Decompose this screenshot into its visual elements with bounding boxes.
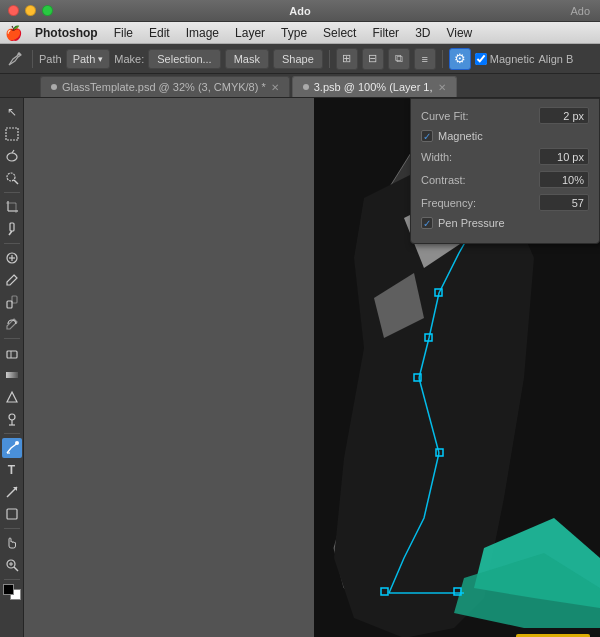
separator-1 [32,50,33,68]
tab-close-1[interactable]: ✕ [271,82,279,93]
svg-rect-19 [6,372,18,378]
curve-fit-input[interactable] [539,107,589,124]
apple-menu[interactable]: 🍎 [4,24,22,42]
pen-pressure-row[interactable]: Pen Pressure [421,217,589,229]
toolbar-separator-4 [4,433,20,434]
history-brush-btn[interactable] [2,314,22,334]
magnetic-checkbox-row[interactable]: Magnetic [421,130,589,142]
brush-tool-btn[interactable] [2,270,22,290]
main-area: ↖ [0,98,600,637]
minimize-button[interactable] [25,5,36,16]
menu-file[interactable]: File [107,24,140,42]
healing-brush-btn[interactable] [2,248,22,268]
shape-button[interactable]: Shape [273,49,323,69]
gradient-tool-btn[interactable] [2,365,22,385]
eraser-tool-btn[interactable] [2,343,22,363]
toolbar-separator-2 [4,243,20,244]
foreground-color-swatch[interactable] [3,584,21,600]
curve-fit-label: Curve Fit: [421,110,469,122]
marquee-tool-btn[interactable] [2,124,22,144]
svg-rect-32 [24,98,314,637]
left-toolbar: ↖ [0,98,24,637]
close-button[interactable] [8,5,19,16]
ado-label: Ado [570,5,590,17]
dodge-tool-btn[interactable] [2,409,22,429]
contrast-input[interactable] [539,171,589,188]
toolbar-separator-1 [4,192,20,193]
selection-button[interactable]: Selection... [148,49,220,69]
svg-point-20 [9,414,15,420]
canvas-area[interactable]: Curve Fit: Magnetic Width: Contrast: Fre… [24,98,600,637]
width-label: Width: [421,151,452,163]
frequency-input[interactable] [539,194,589,211]
zoom-tool-btn[interactable] [2,555,22,575]
contrast-row: Contrast: [421,171,589,188]
tab-3psb[interactable]: 3.psb @ 100% (Layer 1, ✕ [292,76,457,97]
path-combine-icon[interactable]: ⊞ [336,48,358,70]
shape-tool-btn[interactable] [2,504,22,524]
svg-line-5 [14,180,18,184]
svg-rect-15 [7,301,12,308]
width-input[interactable] [539,148,589,165]
magnetic-label: Magnetic [490,53,535,65]
menu-edit[interactable]: Edit [142,24,177,42]
tab-label-1: GlassTemplate.psd @ 32% (3, CMYK/8) * [62,81,266,93]
move-tool-btn[interactable]: ↖ [2,102,22,122]
svg-rect-16 [12,296,17,303]
svg-rect-10 [10,223,14,231]
lasso-tool-btn[interactable] [2,146,22,166]
svg-rect-17 [7,351,17,358]
tab-indicator [51,84,57,90]
toolbar-separator-5 [4,528,20,529]
blur-tool-btn[interactable] [2,387,22,407]
svg-point-2 [7,153,17,161]
svg-line-3 [12,150,14,153]
clone-stamp-btn[interactable] [2,292,22,312]
menu-photoshop[interactable]: Photoshop [28,24,105,42]
tab-glass-template[interactable]: GlassTemplate.psd @ 32% (3, CMYK/8) * ✕ [40,76,290,97]
menu-filter[interactable]: Filter [365,24,406,42]
magnetic-popup-checkbox[interactable] [421,130,433,142]
svg-line-28 [14,567,18,571]
zoom-window-button[interactable] [42,5,53,16]
menu-image[interactable]: Image [179,24,226,42]
path-subtract-icon[interactable]: ⊟ [362,48,384,70]
pen-pressure-checkbox[interactable] [421,217,433,229]
magnetic-checkbox-container[interactable]: Magnetic [475,53,535,65]
svg-point-0 [18,52,21,55]
curve-fit-popup: Curve Fit: Magnetic Width: Contrast: Fre… [410,98,600,244]
tabs-bar: GlassTemplate.psd @ 32% (3, CMYK/8) * ✕ … [0,74,600,98]
pen-tool-btn[interactable] [2,438,22,458]
menu-view[interactable]: View [439,24,479,42]
gear-settings-icon[interactable]: ⚙ [449,48,471,70]
tab-indicator-2 [303,84,309,90]
toolbar-separator-3 [4,338,20,339]
contrast-label: Contrast: [421,174,466,186]
type-tool-btn[interactable]: T [2,460,22,480]
options-bar: Path Path Make: Selection... Mask Shape … [0,44,600,74]
path-selection-btn[interactable] [2,482,22,502]
quick-select-tool-btn[interactable] [2,168,22,188]
menu-select[interactable]: Select [316,24,363,42]
window-title-bar: Ado Ado [0,0,600,22]
path-mode-icon[interactable]: ⧉ [388,48,410,70]
mask-button[interactable]: Mask [225,49,269,69]
magnetic-checkbox[interactable] [475,53,487,65]
make-label: Make: [114,53,144,65]
menu-type[interactable]: Type [274,24,314,42]
svg-line-11 [9,231,12,235]
eyedropper-tool-btn[interactable] [2,219,22,239]
tab-label-2: 3.psb @ 100% (Layer 1, [314,81,433,93]
pen-tool-options-icon [4,48,26,70]
menu-layer[interactable]: Layer [228,24,272,42]
crop-tool-btn[interactable] [2,197,22,217]
frequency-label: Frequency: [421,197,476,209]
path-align-icon[interactable]: ≡ [414,48,436,70]
tab-close-2[interactable]: ✕ [438,82,446,93]
path-dropdown[interactable]: Path [66,49,111,69]
svg-point-4 [7,173,15,181]
separator-2 [329,50,330,68]
hand-tool-btn[interactable] [2,533,22,553]
menu-3d[interactable]: 3D [408,24,437,42]
pen-pressure-label: Pen Pressure [438,217,505,229]
